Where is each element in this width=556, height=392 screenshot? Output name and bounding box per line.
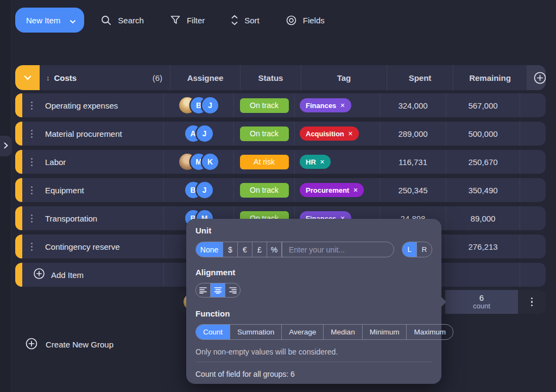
toolbar-action-fields[interactable]: Fields — [285, 12, 326, 28]
unit-side-r[interactable]: R — [417, 242, 432, 257]
assignee-cell[interactable]: BJ — [164, 93, 234, 117]
status-cell[interactable]: On track — [234, 93, 295, 117]
function-option-median[interactable]: Median — [324, 325, 362, 339]
unit-option-4[interactable]: % — [267, 242, 282, 257]
status-cell[interactable]: On track — [234, 122, 295, 146]
header-columns: AssigneeStatusTagSpentRemaining — [170, 65, 527, 90]
spent-cell[interactable]: 250,345 — [380, 178, 446, 202]
spent-cell[interactable]: 324,000 — [380, 93, 446, 117]
align-right-button[interactable] — [225, 283, 240, 297]
drag-handle-icon[interactable] — [22, 102, 41, 110]
function-option-minimum[interactable]: Minimum — [363, 325, 407, 339]
unit-option-none[interactable]: None — [196, 242, 223, 257]
toolbar-action-label: Filter — [187, 16, 205, 25]
tag-cell[interactable]: Finances✕ — [295, 93, 380, 117]
assignee-cell[interactable]: MK — [164, 150, 234, 174]
unit-input[interactable] — [282, 242, 394, 257]
status-badge[interactable]: On track — [240, 127, 289, 141]
toolbar-action-search[interactable]: Search — [99, 12, 145, 28]
unit-side-l[interactable]: L — [402, 242, 417, 257]
status-cell[interactable]: On track — [234, 178, 295, 202]
summary-count-cell[interactable]: 6 count — [445, 290, 518, 314]
tag-pill[interactable]: Finances✕ — [300, 98, 351, 112]
popup-note: Only non-empty values will be considered… — [195, 347, 338, 356]
avatar-stack: BJ — [179, 97, 218, 113]
remaining-cell[interactable]: 567,000 — [446, 93, 520, 117]
status-cell[interactable]: At risk — [234, 150, 295, 174]
column-header-spent[interactable]: Spent — [387, 65, 453, 90]
remaining-cell[interactable]: 276,213 — [446, 235, 520, 258]
unit-option-3[interactable]: £ — [252, 242, 267, 257]
sidebar-expand-button[interactable] — [0, 136, 12, 156]
drag-handle-icon[interactable] — [22, 158, 41, 166]
item-name-cell[interactable]: Equipment — [22, 178, 164, 202]
item-name-cell[interactable]: Material procurement — [22, 122, 164, 146]
summary-menu-button[interactable] — [518, 290, 546, 314]
assignee-cell[interactable]: AJ — [164, 122, 234, 146]
remaining-cell[interactable]: 250,670 — [446, 150, 520, 174]
tag-cell[interactable]: Acquisition✕ — [295, 122, 380, 146]
add-column-button[interactable] — [533, 71, 546, 85]
unit-option-2[interactable]: € — [238, 242, 252, 257]
align-center-button[interactable] — [211, 283, 225, 297]
table-row[interactable]: LaborMKAt riskHR✕116,731250,670 — [15, 150, 546, 174]
column-header-remaining[interactable]: Remaining — [453, 65, 527, 90]
new-item-button[interactable]: New Item — [15, 8, 84, 33]
remaining-cell[interactable]: 89,000 — [446, 206, 520, 230]
tag-cell[interactable]: HR✕ — [295, 150, 380, 174]
item-name-cell[interactable]: Labor — [22, 150, 164, 174]
function-option-maximum[interactable]: Maximum — [407, 325, 453, 339]
spent-cell[interactable]: 116,731 — [380, 150, 446, 174]
avatar: K — [202, 154, 218, 170]
item-name-cell[interactable]: Contingency reserve — [22, 235, 164, 258]
status-badge[interactable]: At risk — [240, 155, 289, 169]
group-color-strip — [15, 206, 22, 230]
add-column-cell — [527, 65, 546, 90]
function-option-summation[interactable]: Summation — [230, 325, 282, 339]
column-header-tag[interactable]: Tag — [301, 65, 387, 90]
spent-cell[interactable]: 289,000 — [380, 122, 446, 146]
drag-handle-icon[interactable] — [22, 130, 41, 138]
function-option-average[interactable]: Average — [282, 325, 324, 339]
item-name-cell[interactable]: Transportation — [22, 206, 164, 230]
item-name-cell[interactable]: Operating expenses — [22, 93, 164, 117]
tag-pill[interactable]: HR✕ — [300, 155, 331, 169]
drag-handle-icon[interactable] — [22, 214, 41, 223]
empty-cell — [520, 93, 546, 117]
column-header-status[interactable]: Status — [241, 65, 301, 90]
assignee-cell[interactable]: BJ — [164, 178, 234, 202]
group-name-cell[interactable]: ↕ Costs (6) — [40, 65, 170, 90]
group-color-strip — [15, 122, 22, 146]
summary-count-label: count — [473, 302, 490, 310]
tag-pill[interactable]: Acquisition✕ — [300, 127, 359, 141]
table-row[interactable]: Operating expensesBJOn trackFinances✕324… — [15, 93, 546, 117]
remaining-cell[interactable]: 350,490 — [446, 178, 520, 202]
function-option-count[interactable]: Count — [196, 325, 230, 339]
status-badge[interactable]: On track — [240, 183, 289, 198]
tag-remove-icon[interactable]: ✕ — [340, 102, 345, 109]
updown-icon: ↕ — [46, 74, 50, 82]
tag-cell[interactable]: Procurement✕ — [295, 178, 380, 202]
remaining-cell[interactable]: 500,000 — [446, 122, 520, 146]
collapsed-sidebar — [0, 0, 11, 392]
drag-handle-icon[interactable] — [22, 243, 41, 251]
column-header-assignee[interactable]: Assignee — [170, 65, 241, 90]
group-collapse-button[interactable] — [15, 65, 40, 90]
toolbar-action-label: Sort — [244, 16, 260, 25]
avatar-stack: MK — [179, 154, 218, 170]
unit-option-1[interactable]: $ — [223, 242, 238, 257]
tag-pill[interactable]: Procurement✕ — [300, 183, 364, 197]
tag-remove-icon[interactable]: ✕ — [320, 159, 325, 166]
table-row[interactable]: Material procurementAJOn trackAcquisitio… — [15, 122, 546, 146]
tag-remove-icon[interactable]: ✕ — [348, 130, 353, 137]
group-name: Costs — [54, 73, 77, 83]
tag-remove-icon[interactable]: ✕ — [353, 187, 358, 194]
create-new-group-button[interactable]: Create New Group — [22, 337, 117, 352]
table-row[interactable]: EquipmentBJOn trackProcurement✕250,34535… — [15, 178, 546, 202]
align-center-icon — [213, 287, 223, 294]
toolbar-action-filter[interactable]: Filter — [169, 12, 206, 28]
drag-handle-icon[interactable] — [22, 186, 41, 194]
toolbar-action-sort[interactable]: Sort — [230, 12, 261, 28]
status-badge[interactable]: On track — [240, 98, 289, 113]
align-left-button[interactable] — [196, 283, 211, 297]
